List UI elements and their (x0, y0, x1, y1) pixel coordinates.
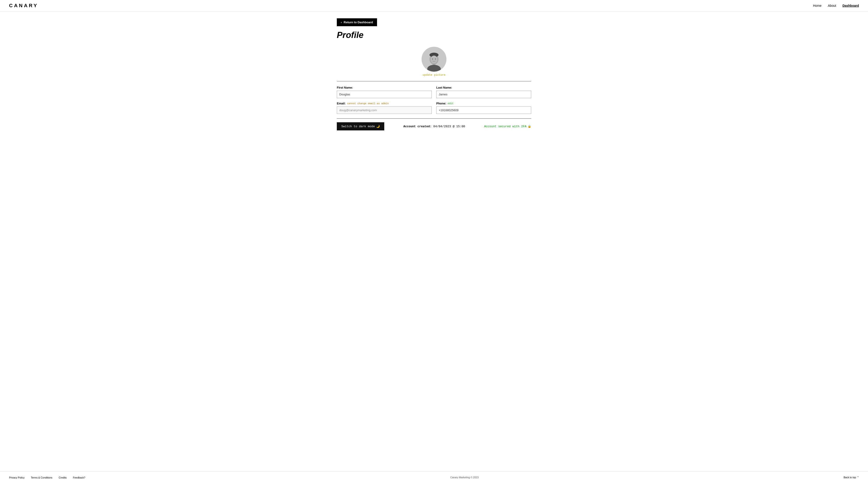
section-divider-top (337, 81, 531, 82)
return-btn-label: Return to Dashboard (344, 21, 373, 24)
svg-point-6 (431, 56, 437, 63)
first-name-input[interactable] (337, 91, 432, 98)
email-label: Email: (337, 102, 346, 105)
avatar (422, 47, 446, 72)
last-name-group: Last Name: (436, 86, 531, 98)
phone-label-row: Phone: edit (436, 102, 531, 105)
nav-links: Home About Dashboard (813, 4, 859, 8)
update-picture-link[interactable]: update picture (423, 73, 445, 76)
name-row: First Name: Last Name: (337, 86, 531, 98)
email-cannot-change: cannot change email as admin (347, 102, 389, 105)
phone-input[interactable] (436, 106, 531, 114)
account-secured: Account secured with 2FA 🔒 (484, 125, 531, 128)
footer-link-credits[interactable]: Credits (59, 476, 67, 479)
last-name-label: Last Name: (436, 86, 531, 89)
nav-link-home[interactable]: Home (813, 4, 822, 7)
nav-link-dashboard[interactable]: Dashboard (842, 4, 859, 7)
svg-point-7 (432, 59, 433, 59)
account-created-value: 04/04/2023 @ 15:00 (433, 125, 465, 128)
back-to-top-link[interactable]: Back to top ⌃ (844, 476, 859, 479)
footer-link-privacy[interactable]: Privacy Policy (9, 476, 24, 479)
nav-logo: CANARY (9, 3, 38, 8)
dark-mode-button[interactable]: Switch to dark mode 🌙 (337, 122, 384, 130)
bottom-row: Switch to dark mode 🌙 Account created: 0… (337, 122, 531, 130)
first-name-label: First Name: (337, 86, 432, 89)
navbar: CANARY Home About Dashboard (0, 0, 868, 11)
email-label-row: Email: cannot change email as admin (337, 102, 432, 105)
dark-mode-label: Switch to dark mode (341, 125, 375, 128)
account-created-label: Account created: (403, 125, 432, 128)
return-to-dashboard-button[interactable]: ‹ Return to Dashboard (337, 18, 377, 26)
phone-group: Phone: edit (436, 102, 531, 114)
chevron-up-icon: ⌃ (857, 476, 859, 479)
email-group: Email: cannot change email as admin (337, 102, 432, 114)
main-content: ‹ Return to Dashboard Profile (332, 11, 536, 472)
footer-link-feedback[interactable]: Feedback? (73, 476, 85, 479)
footer: Privacy Policy Terms & Conditions Credit… (0, 472, 868, 483)
avatar-image (422, 47, 446, 72)
page-title: Profile (337, 30, 531, 40)
footer-links: Privacy Policy Terms & Conditions Credit… (9, 475, 85, 479)
last-name-input[interactable] (436, 91, 531, 98)
email-input[interactable] (337, 106, 432, 114)
footer-copyright: Canary Marketing © 2023 (88, 476, 841, 479)
phone-label: Phone: (436, 102, 446, 105)
moon-icon: 🌙 (376, 125, 380, 128)
nav-link-about[interactable]: About (828, 4, 836, 7)
phone-edit-link[interactable]: edit (447, 102, 454, 105)
chevron-left-icon: ‹ (341, 21, 342, 24)
lock-icon: 🔒 (528, 125, 531, 128)
avatar-section: update picture (337, 47, 531, 76)
footer-link-terms[interactable]: Terms & Conditions (31, 476, 52, 479)
first-name-group: First Name: (337, 86, 432, 98)
account-created: Account created: 04/04/2023 @ 15:00 (403, 125, 465, 128)
back-to-top-label: Back to top (844, 476, 856, 479)
contact-row: Email: cannot change email as admin Phon… (337, 102, 531, 114)
account-secured-text: Account secured with 2FA (484, 125, 526, 128)
svg-point-8 (435, 59, 436, 59)
